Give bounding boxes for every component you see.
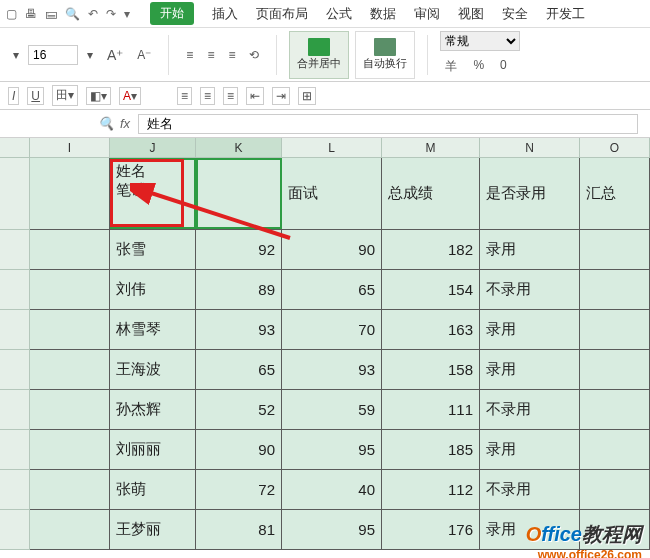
align-center-button[interactable]: ≡ xyxy=(200,87,215,105)
row-header[interactable] xyxy=(0,470,30,510)
align-left-button[interactable]: ≡ xyxy=(177,87,192,105)
fx-label[interactable]: fx xyxy=(120,116,130,131)
row-header[interactable] xyxy=(0,510,30,550)
tab-start[interactable]: 开始 xyxy=(150,2,194,25)
cell[interactable]: 录用 xyxy=(480,230,580,269)
tab-dev[interactable]: 开发工 xyxy=(546,5,585,23)
tab-layout[interactable]: 页面布局 xyxy=(256,5,308,23)
indent-inc-button[interactable]: ⇥ xyxy=(272,87,290,105)
cell[interactable]: 录用 xyxy=(480,350,580,389)
row-header[interactable] xyxy=(0,310,30,350)
cell[interactable]: 112 xyxy=(382,470,480,509)
cell-name[interactable]: 刘丽丽 xyxy=(110,430,196,469)
font-dropdown[interactable]: ▾ xyxy=(8,45,24,65)
cell[interactable]: 81 xyxy=(196,510,282,549)
cell[interactable]: 录用 xyxy=(480,430,580,469)
cell-name[interactable]: 张雪 xyxy=(110,230,196,269)
col-header-L[interactable]: L xyxy=(282,138,382,157)
cell[interactable]: 163 xyxy=(382,310,480,349)
increase-font-icon[interactable]: A⁺ xyxy=(102,44,128,66)
cell[interactable]: 70 xyxy=(282,310,382,349)
qat-print-icon[interactable]: 🖴 xyxy=(45,7,57,21)
orientation-icon[interactable]: ⟲ xyxy=(244,45,264,65)
decrease-font-icon[interactable]: A⁻ xyxy=(132,45,156,65)
cell[interactable]: 93 xyxy=(196,310,282,349)
auto-wrap-button[interactable]: 自动换行 xyxy=(355,31,415,79)
cell[interactable] xyxy=(196,158,282,229)
cell[interactable] xyxy=(30,158,110,229)
cell[interactable]: 158 xyxy=(382,350,480,389)
worksheet[interactable]: I J K L M N O 姓名 笔试 面试 总成绩 xyxy=(0,138,650,550)
cell[interactable]: 89 xyxy=(196,270,282,309)
qat-blank-icon[interactable]: ▢ xyxy=(6,7,17,21)
header-summary[interactable]: 汇总 xyxy=(580,158,650,229)
cell[interactable]: 不录用 xyxy=(480,270,580,309)
cell[interactable]: 154 xyxy=(382,270,480,309)
row-header[interactable] xyxy=(0,390,30,430)
col-header-N[interactable]: N xyxy=(480,138,580,157)
cell[interactable]: 185 xyxy=(382,430,480,469)
qat-undo-icon[interactable]: ↶ xyxy=(88,7,98,21)
cell[interactable]: 不录用 xyxy=(480,390,580,429)
qat-redo-icon[interactable]: ↷ xyxy=(106,7,116,21)
col-header-M[interactable]: M xyxy=(382,138,480,157)
cell[interactable]: 40 xyxy=(282,470,382,509)
cell-name[interactable]: 林雪琴 xyxy=(110,310,196,349)
cell[interactable] xyxy=(30,310,110,349)
cell[interactable] xyxy=(30,430,110,469)
cell-name[interactable]: 王梦丽 xyxy=(110,510,196,549)
cell[interactable]: 92 xyxy=(196,230,282,269)
cell-name[interactable]: 张萌 xyxy=(110,470,196,509)
cell[interactable]: 95 xyxy=(282,510,382,549)
qat-dropdown-icon[interactable]: ▾ xyxy=(124,7,130,21)
cell[interactable] xyxy=(580,270,650,309)
cell[interactable] xyxy=(30,470,110,509)
cell[interactable]: 52 xyxy=(196,390,282,429)
cell[interactable]: 90 xyxy=(196,430,282,469)
cell[interactable] xyxy=(580,310,650,349)
wrap-button[interactable]: ⊞ xyxy=(298,87,316,105)
currency-icon[interactable]: 羊 xyxy=(440,55,462,78)
row-header[interactable] xyxy=(0,158,30,230)
align-top-icon[interactable]: ≡ xyxy=(181,45,198,65)
tab-view[interactable]: 视图 xyxy=(458,5,484,23)
cell[interactable] xyxy=(580,470,650,509)
cell[interactable] xyxy=(580,390,650,429)
align-middle-icon[interactable]: ≡ xyxy=(202,45,219,65)
cell[interactable]: 90 xyxy=(282,230,382,269)
row-header[interactable] xyxy=(0,230,30,270)
header-hired[interactable]: 是否录用 xyxy=(480,158,580,229)
tab-security[interactable]: 安全 xyxy=(502,5,528,23)
cell[interactable]: 72 xyxy=(196,470,282,509)
align-right-button[interactable]: ≡ xyxy=(223,87,238,105)
col-header-J[interactable]: J xyxy=(110,138,196,157)
tab-insert[interactable]: 插入 xyxy=(212,5,238,23)
underline-button[interactable]: U xyxy=(27,87,44,105)
cell[interactable] xyxy=(30,350,110,389)
cell[interactable]: 176 xyxy=(382,510,480,549)
font-size-input[interactable] xyxy=(28,45,78,65)
col-header-K[interactable]: K xyxy=(196,138,282,157)
border-button[interactable]: 田▾ xyxy=(52,85,78,106)
cell[interactable]: 录用 xyxy=(480,310,580,349)
cell[interactable] xyxy=(30,390,110,429)
cell-name[interactable]: 刘伟 xyxy=(110,270,196,309)
comma-icon[interactable]: 0 xyxy=(495,55,512,78)
cell[interactable]: 111 xyxy=(382,390,480,429)
cell-name[interactable]: 王海波 xyxy=(110,350,196,389)
cell[interactable] xyxy=(30,510,110,549)
cell[interactable] xyxy=(580,230,650,269)
cell[interactable] xyxy=(30,230,110,269)
italic-button[interactable]: I xyxy=(8,87,19,105)
cell[interactable]: 65 xyxy=(196,350,282,389)
cell[interactable]: 59 xyxy=(282,390,382,429)
tab-data[interactable]: 数据 xyxy=(370,5,396,23)
cell[interactable] xyxy=(580,350,650,389)
header-total[interactable]: 总成绩 xyxy=(382,158,480,229)
indent-dec-button[interactable]: ⇤ xyxy=(246,87,264,105)
qat-preview-icon[interactable]: 🔍 xyxy=(65,7,80,21)
cell[interactable]: 95 xyxy=(282,430,382,469)
cell[interactable]: 182 xyxy=(382,230,480,269)
row-header[interactable] xyxy=(0,270,30,310)
number-format-select[interactable]: 常规 xyxy=(440,31,520,51)
